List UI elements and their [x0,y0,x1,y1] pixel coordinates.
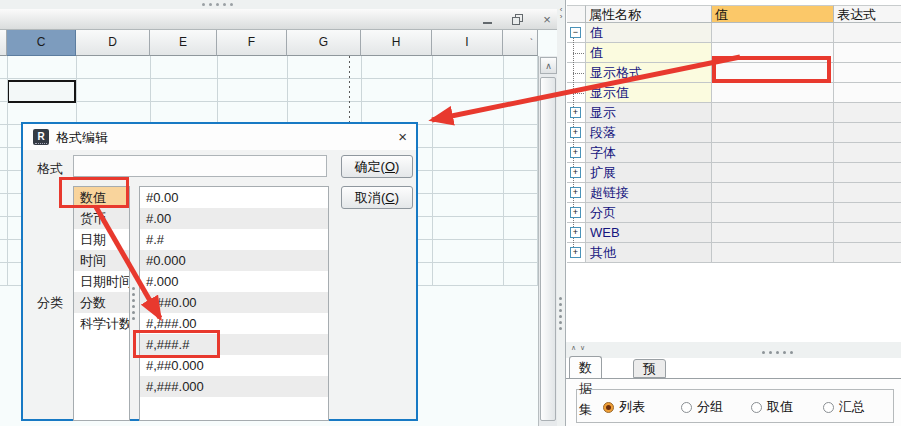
property-expression-cell[interactable] [834,83,901,103]
property-expression-cell[interactable] [834,63,901,83]
vertical-scrollbar[interactable]: ∧ [538,56,557,426]
expand-plus-icon[interactable]: + [570,147,581,158]
property-name-cell[interactable]: 超链接 [586,183,712,203]
tree-expander-cell[interactable]: + [567,103,586,123]
dialog-close-icon[interactable]: × [398,128,407,145]
format-item[interactable]: #0.00 [140,187,328,208]
property-row-显示值[interactable]: 显示值 [567,83,901,103]
format-list[interactable]: #0.00#.00#.##0.000#.000#,##0.00#,###.00#… [139,186,329,421]
category-list[interactable]: 数值货币日期时间日期时间分数科学计数 [73,186,130,421]
property-value-cell[interactable] [712,43,834,63]
expand-plus-icon[interactable]: + [570,187,581,198]
format-item[interactable]: #.00 [140,208,328,229]
column-header-F[interactable]: F [217,30,287,56]
radio-取值[interactable]: 取值 [751,398,793,416]
collapse-minus-icon[interactable]: − [570,27,581,38]
property-value-cell[interactable] [712,123,834,143]
property-row-显示[interactable]: +显示 [567,103,901,123]
cancel-button[interactable]: 取消(C) [341,186,413,209]
property-value-cell[interactable] [712,183,834,203]
property-row-值[interactable]: 值 [567,43,901,63]
column-header-D[interactable]: D [76,30,150,56]
format-input[interactable] [73,155,327,177]
property-value-cell[interactable] [712,23,834,43]
property-name-cell[interactable]: 值 [586,23,712,43]
property-row-段落[interactable]: +段落 [567,123,901,143]
format-item[interactable]: #.# [140,229,328,250]
property-expression-cell[interactable] [834,23,901,43]
property-name-cell[interactable]: 显示格式 [586,63,712,83]
tab-数据集[interactable]: 数据集 [569,356,602,378]
property-expression-cell[interactable] [834,123,901,143]
tree-expander-cell[interactable]: + [567,183,586,203]
property-value-cell[interactable] [712,223,834,243]
property-name-cell[interactable]: 显示值 [586,83,712,103]
format-item[interactable]: #.000 [140,271,328,292]
column-header-I[interactable]: I [432,30,503,56]
tree-expander-cell[interactable]: + [567,123,586,143]
tab-预定义格和样式[interactable]: 预定义格和样式 [633,359,666,378]
property-row-其他[interactable]: +其他 [567,243,901,263]
tree-expander-cell[interactable]: + [567,223,586,243]
property-name-cell[interactable]: 扩展 [586,163,712,183]
property-row-显示格式[interactable]: 显示格式 [567,63,901,83]
property-value-cell[interactable] [712,143,834,163]
format-item[interactable]: #,###.# [140,334,328,355]
category-item-日期时间[interactable]: 日期时间 [74,271,129,292]
property-value-cell[interactable] [712,203,834,223]
horizontal-splitter[interactable]: ∧∨ [566,342,901,358]
column-header-C[interactable]: C [7,30,76,56]
property-name-cell[interactable]: 段落 [586,123,712,143]
property-expression-cell[interactable] [834,103,901,123]
radio-selected-icon[interactable] [603,402,614,413]
property-value-cell[interactable] [712,103,834,123]
property-expression-cell[interactable] [834,183,901,203]
radio-icon[interactable] [823,402,834,413]
expand-plus-icon[interactable]: + [570,107,581,118]
property-row-超链接[interactable]: +超链接 [567,183,901,203]
tree-expander-cell[interactable]: − [567,23,586,43]
radio-汇总[interactable]: 汇总 [823,398,865,416]
property-value-cell[interactable] [712,83,834,103]
minimize-button[interactable] [479,12,495,27]
dialog-titlebar[interactable]: R 格式编辑 × [23,124,416,150]
tree-expander-cell[interactable]: + [567,203,586,223]
property-name-cell[interactable]: 其他 [586,243,712,263]
format-item[interactable]: #,###.000 [140,376,328,397]
category-item-日期[interactable]: 日期 [74,229,129,250]
splitter-collapse-icon[interactable]: ∧∨ [571,344,589,352]
radio-分组[interactable]: 分组 [681,398,723,416]
property-expression-cell[interactable] [834,203,901,223]
selected-cell[interactable] [7,80,76,103]
collapse-arrows-icon[interactable]: ‹› [558,6,564,20]
radio-列表[interactable]: 列表 [603,398,645,416]
format-item[interactable]: #0.000 [140,250,328,271]
ok-button[interactable]: 确定(O) [341,155,413,178]
restore-button[interactable] [509,12,525,27]
column-header-G[interactable]: G [287,30,361,56]
property-name-cell[interactable]: 显示 [586,103,712,123]
scrollbar-thumb[interactable] [540,77,556,421]
expand-plus-icon[interactable]: + [570,207,581,218]
category-item-分数[interactable]: 分数 [74,292,129,313]
format-item[interactable]: #,##0.00 [140,292,328,313]
property-name-cell[interactable]: 字体 [586,143,712,163]
property-name-cell[interactable]: WEB [586,223,712,243]
property-expression-cell[interactable] [834,143,901,163]
radio-icon[interactable] [681,402,692,413]
category-item-科学计数[interactable]: 科学计数 [74,313,129,334]
tree-expander-cell[interactable]: + [567,143,586,163]
category-item-货币[interactable]: 货币 [74,208,129,229]
column-header-E[interactable]: E [150,30,217,56]
property-expression-cell[interactable] [834,163,901,183]
expand-plus-icon[interactable]: + [570,127,581,138]
property-name-cell[interactable]: 值 [586,43,712,63]
panel-splitter[interactable]: ‹› [557,0,565,426]
column-header-H[interactable]: H [361,30,432,56]
scroll-up-icon[interactable]: ∧ [540,57,557,74]
toolbar-grip[interactable] [0,0,557,9]
expand-plus-icon[interactable]: + [570,167,581,178]
tree-expander-cell[interactable]: + [567,243,586,263]
tree-expander-cell[interactable]: + [567,163,586,183]
property-value-cell[interactable] [712,63,834,83]
